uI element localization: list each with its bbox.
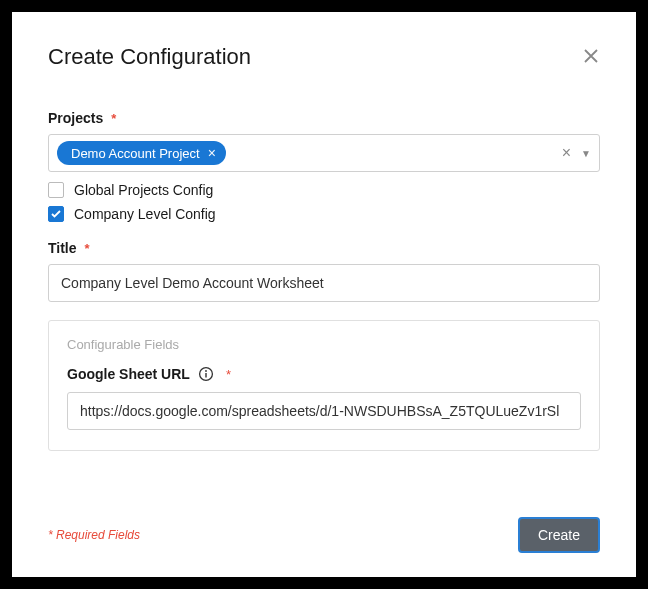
global-config-row: Global Projects Config — [48, 182, 600, 198]
configurable-fields-title: Configurable Fields — [67, 337, 581, 352]
modal-title: Create Configuration — [48, 44, 251, 70]
title-label: Title * — [48, 240, 600, 256]
required-fields-note: * Required Fields — [48, 528, 140, 542]
create-configuration-modal: Create Configuration Projects * Demo Acc… — [12, 12, 636, 577]
company-config-row: Company Level Config — [48, 206, 600, 222]
select-controls: × ▼ — [562, 144, 591, 162]
global-config-checkbox[interactable] — [48, 182, 64, 198]
chevron-down-icon[interactable]: ▼ — [581, 148, 591, 159]
google-sheet-url-label: Google Sheet URL — [67, 366, 190, 382]
configurable-fields-section: Configurable Fields Google Sheet URL * — [48, 320, 600, 451]
company-config-label: Company Level Config — [74, 206, 216, 222]
title-label-text: Title — [48, 240, 77, 256]
projects-select[interactable]: Demo Account Project × × ▼ — [48, 134, 600, 172]
project-chip: Demo Account Project × — [57, 141, 226, 165]
svg-point-1 — [205, 370, 207, 372]
modal-header: Create Configuration — [48, 44, 600, 70]
modal-footer: * Required Fields Create — [48, 517, 600, 553]
project-chip-label: Demo Account Project — [71, 146, 200, 161]
global-config-label: Global Projects Config — [74, 182, 213, 198]
google-sheet-url-input[interactable] — [67, 392, 581, 430]
required-star: * — [226, 367, 231, 382]
projects-label-text: Projects — [48, 110, 103, 126]
title-section: Title * — [48, 240, 600, 302]
clear-icon[interactable]: × — [562, 144, 571, 162]
title-input[interactable] — [48, 264, 600, 302]
svg-rect-2 — [205, 373, 206, 378]
close-icon[interactable] — [582, 44, 600, 68]
url-label-row: Google Sheet URL * — [67, 366, 581, 382]
projects-label: Projects * — [48, 110, 600, 126]
create-button[interactable]: Create — [518, 517, 600, 553]
chip-remove-icon[interactable]: × — [208, 145, 216, 161]
company-config-checkbox[interactable] — [48, 206, 64, 222]
required-star: * — [111, 111, 116, 126]
form-content: Projects * Demo Account Project × × ▼ Gl… — [48, 110, 600, 493]
projects-section: Projects * Demo Account Project × × ▼ Gl… — [48, 110, 600, 222]
info-icon[interactable] — [198, 366, 214, 382]
required-star: * — [84, 241, 89, 256]
